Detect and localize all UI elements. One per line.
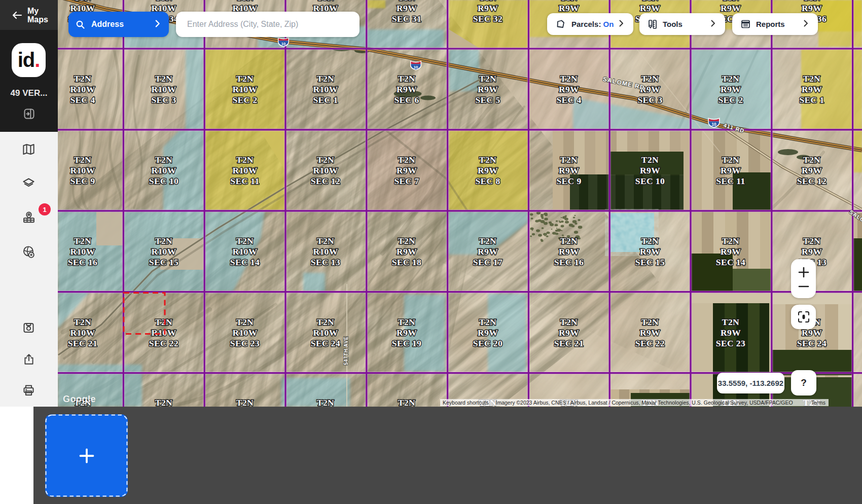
svg-text:T3N: T3N bbox=[641, 0, 659, 3]
svg-text:R9W: R9W bbox=[802, 246, 822, 257]
svg-text:SEC 12: SEC 12 bbox=[797, 176, 827, 186]
svg-text:T2N: T2N bbox=[722, 236, 739, 246]
svg-text:SEC 3: SEC 3 bbox=[151, 95, 176, 105]
svg-text:T2N: T2N bbox=[236, 236, 254, 246]
svg-text:547TH AVE: 547TH AVE bbox=[343, 336, 349, 365]
svg-text:R9W: R9W bbox=[559, 84, 579, 94]
svg-text:T2N: T2N bbox=[398, 398, 415, 407]
svg-text:SEC 15: SEC 15 bbox=[149, 257, 178, 267]
svg-text:SEC 8: SEC 8 bbox=[475, 176, 500, 186]
svg-text:T2N: T2N bbox=[236, 317, 254, 327]
svg-text:SEC 1: SEC 1 bbox=[313, 95, 338, 105]
svg-text:R9W: R9W bbox=[802, 165, 822, 175]
svg-text:SEC 4: SEC 4 bbox=[70, 95, 95, 105]
svg-text:T2N: T2N bbox=[398, 155, 415, 165]
svg-text:T2N: T2N bbox=[317, 398, 334, 407]
svg-text:SEC 10: SEC 10 bbox=[635, 176, 665, 186]
svg-text:T2N: T2N bbox=[803, 236, 820, 246]
svg-text:SEC 4: SEC 4 bbox=[556, 95, 581, 105]
svg-text:SEC 14: SEC 14 bbox=[230, 257, 260, 267]
svg-text:T2N: T2N bbox=[74, 317, 91, 327]
svg-text:Google: Google bbox=[63, 394, 96, 404]
svg-text:T2N: T2N bbox=[74, 155, 91, 165]
svg-text:T3N: T3N bbox=[155, 0, 172, 3]
svg-text:R9W: R9W bbox=[478, 246, 498, 257]
svg-text:R9W: R9W bbox=[721, 328, 741, 338]
svg-text:SEC 2: SEC 2 bbox=[718, 95, 743, 105]
svg-text:R9W: R9W bbox=[721, 3, 741, 13]
svg-text:R9W: R9W bbox=[397, 328, 417, 338]
svg-text:T2N: T2N bbox=[74, 236, 91, 246]
svg-text:T2N: T2N bbox=[155, 74, 172, 84]
svg-text:T2N: T2N bbox=[236, 155, 254, 165]
svg-text:T2N: T2N bbox=[317, 317, 334, 327]
svg-text:SEC 16: SEC 16 bbox=[68, 257, 97, 267]
svg-text:R9W: R9W bbox=[478, 84, 498, 94]
svg-text:SEC 31: SEC 31 bbox=[392, 14, 421, 24]
svg-text:T3N: T3N bbox=[722, 0, 739, 3]
svg-text:R9W: R9W bbox=[559, 328, 579, 338]
svg-text:T3N: T3N bbox=[317, 0, 334, 3]
svg-text:T3N: T3N bbox=[803, 0, 820, 3]
svg-text:T2N: T2N bbox=[479, 74, 496, 84]
svg-text:SEC 12: SEC 12 bbox=[311, 176, 340, 186]
svg-text:T2N: T2N bbox=[722, 155, 739, 165]
svg-text:R10W: R10W bbox=[70, 246, 95, 257]
svg-text:R9W: R9W bbox=[478, 3, 498, 13]
svg-text:SEC 23: SEC 23 bbox=[716, 338, 745, 348]
svg-text:T2N: T2N bbox=[155, 236, 172, 246]
svg-text:T2N: T2N bbox=[317, 236, 334, 246]
svg-text:SEC 11: SEC 11 bbox=[716, 176, 745, 186]
svg-text:R9W: R9W bbox=[559, 3, 579, 13]
svg-text:T2N: T2N bbox=[560, 317, 578, 327]
svg-text:R9W: R9W bbox=[640, 165, 660, 175]
svg-text:T2N: T2N bbox=[236, 398, 254, 407]
svg-text:T2N: T2N bbox=[641, 155, 659, 165]
svg-text:SEC 21: SEC 21 bbox=[68, 338, 97, 348]
svg-text:SEC 9: SEC 9 bbox=[556, 176, 581, 186]
svg-text:T2N: T2N bbox=[236, 74, 254, 84]
svg-text:T2N: T2N bbox=[560, 236, 578, 246]
svg-text:R10W: R10W bbox=[70, 165, 95, 175]
svg-text:T3N: T3N bbox=[398, 0, 415, 3]
svg-text:T2N: T2N bbox=[74, 74, 91, 84]
svg-text:SEC 14: SEC 14 bbox=[716, 257, 745, 267]
svg-text:SEC 18: SEC 18 bbox=[392, 257, 421, 267]
svg-text:SEC 23: SEC 23 bbox=[230, 338, 260, 348]
svg-text:R9W: R9W bbox=[478, 328, 498, 338]
svg-text:10: 10 bbox=[281, 42, 286, 46]
svg-text:T2N: T2N bbox=[641, 74, 659, 84]
svg-text:R9W: R9W bbox=[640, 328, 660, 338]
svg-text:SEC 1: SEC 1 bbox=[799, 95, 824, 105]
svg-text:R10W: R10W bbox=[70, 328, 95, 338]
svg-text:T2N: T2N bbox=[803, 74, 820, 84]
svg-text:R10W: R10W bbox=[151, 84, 176, 94]
svg-text:T2N: T2N bbox=[155, 155, 172, 165]
svg-text:R9W: R9W bbox=[397, 165, 417, 175]
svg-text:T2N: T2N bbox=[479, 317, 496, 327]
svg-text:R10W: R10W bbox=[313, 328, 338, 338]
svg-text:R10W: R10W bbox=[70, 84, 95, 94]
svg-text:R10W: R10W bbox=[232, 246, 257, 257]
svg-text:R9W: R9W bbox=[397, 3, 417, 13]
svg-text:R10W: R10W bbox=[232, 84, 257, 94]
svg-text:SEC 20: SEC 20 bbox=[473, 338, 502, 348]
svg-text:T2N: T2N bbox=[155, 317, 172, 327]
svg-text:T2N: T2N bbox=[479, 236, 496, 246]
svg-text:10: 10 bbox=[711, 122, 716, 127]
svg-text:SEC 11: SEC 11 bbox=[230, 176, 259, 186]
svg-text:SEC 15: SEC 15 bbox=[635, 257, 665, 267]
svg-text:SEC 24: SEC 24 bbox=[797, 338, 827, 348]
svg-text:R9W: R9W bbox=[721, 246, 741, 257]
svg-text:R10W: R10W bbox=[232, 328, 257, 338]
svg-text:T2N: T2N bbox=[722, 74, 739, 84]
svg-text:R9W: R9W bbox=[559, 246, 579, 257]
svg-text:R9W: R9W bbox=[640, 3, 660, 13]
svg-text:SEC 17: SEC 17 bbox=[473, 257, 502, 267]
svg-text:T2N: T2N bbox=[803, 155, 820, 165]
svg-text:SEC 22: SEC 22 bbox=[149, 338, 178, 348]
svg-text:SEC 21: SEC 21 bbox=[554, 338, 584, 348]
svg-text:R9W: R9W bbox=[721, 165, 741, 175]
svg-text:T2N: T2N bbox=[398, 74, 415, 84]
svg-text:R10W: R10W bbox=[313, 165, 338, 175]
